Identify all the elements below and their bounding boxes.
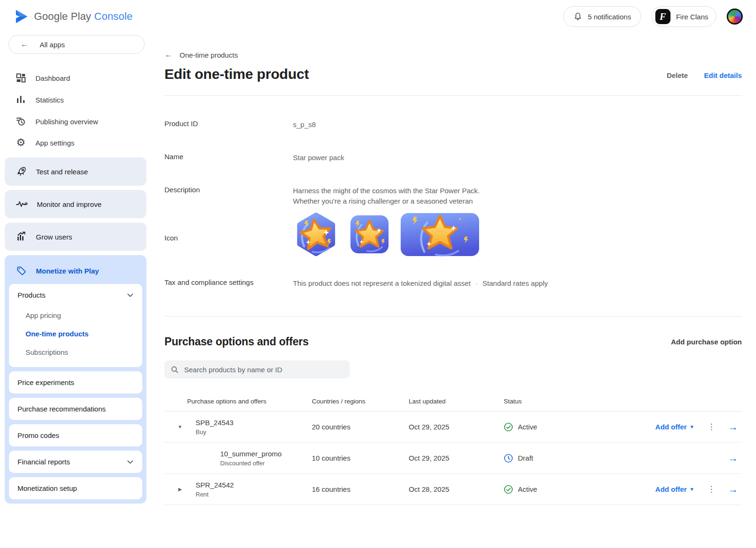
all-apps-button[interactable]: ← All apps — [9, 35, 145, 54]
chevron-down-icon — [127, 460, 133, 464]
sidebar-item-monetization-setup[interactable]: Monetization setup — [9, 477, 142, 499]
row-name-cell: SPB_24543 Buy — [196, 419, 312, 436]
sidebar-card-monitor-and-improve[interactable]: Monitor and improve — [5, 190, 146, 218]
active-check-icon — [504, 422, 513, 432]
name-label: Name — [164, 153, 293, 163]
row-name-cell: SPR_24542 Rent — [196, 481, 312, 498]
publishing-overview-icon — [15, 116, 26, 127]
product-icon-wide — [400, 212, 480, 257]
edit-details-button[interactable]: Edit details — [704, 71, 742, 79]
account-avatar[interactable] — [727, 9, 743, 25]
play-triangle-icon — [14, 9, 28, 24]
status-badge: Active — [504, 485, 584, 494]
bell-icon — [573, 11, 583, 22]
active-check-icon — [504, 485, 513, 494]
row-countries: 20 countries — [312, 423, 409, 431]
sidebar-item-label: App settings — [35, 139, 75, 147]
search-icon — [171, 366, 179, 374]
field-name: Name Star power pack — [164, 153, 742, 163]
sidebar-group-products: Products App pricing One-time products S… — [9, 284, 142, 367]
back-arrow-icon: ← — [20, 40, 28, 49]
field-icon: Icon — [164, 218, 742, 257]
card-label: Financial reports — [17, 458, 70, 466]
expander-right-icon[interactable]: ▶ — [164, 487, 196, 492]
all-apps-label: All apps — [40, 41, 65, 49]
search-box — [164, 360, 350, 378]
add-offer-button[interactable]: Add offer ▾ — [655, 485, 693, 493]
kebab-menu-icon[interactable]: ⋮ — [707, 484, 714, 494]
sidebar-item-dashboard[interactable]: Dashboard — [0, 67, 152, 89]
sidebar-item-publishing-overview[interactable]: Publishing overview — [0, 111, 152, 132]
dropdown-arrow-icon: ▾ — [690, 486, 693, 492]
col-header-status: Status — [504, 398, 584, 405]
search-input[interactable] — [184, 366, 343, 374]
sidebar-card-grow-users[interactable]: Grow users — [5, 223, 146, 251]
main-content: ← One-time products Edit one-time produc… — [152, 33, 756, 548]
tax-label: Tax and compliance settings — [164, 278, 293, 289]
purchase-options-title: Purchase options and offers — [164, 335, 309, 348]
product-icon-hexagon — [293, 211, 339, 257]
sidebar-item-purchase-recommendations[interactable]: Purchase recommendations — [9, 398, 142, 420]
field-product-id: Product ID s_p_s8 — [164, 120, 742, 130]
sidebar-item-app-settings[interactable]: ⚙ App settings — [0, 132, 152, 153]
table-header-row: Purchase options and offers Countries / … — [164, 392, 742, 411]
sidebar-item-products[interactable]: Products — [9, 284, 142, 306]
dashboard-icon — [15, 72, 26, 84]
open-row-arrow-icon[interactable]: → — [728, 421, 738, 433]
sidebar-item-price-experiments[interactable]: Price experiments — [9, 371, 142, 394]
sidebar-item-label: Publishing overview — [35, 118, 98, 126]
topbar: Google Play Console 5 notifications F Fi… — [0, 0, 756, 33]
col-header-last-updated: Last updated — [409, 398, 504, 405]
title-divider — [164, 95, 742, 96]
row-updated: Oct 29, 2025 — [409, 454, 504, 462]
products-label: Products — [17, 291, 45, 299]
table-row[interactable]: ▶ SPR_24542 Rent 16 countries Oct 28, 20… — [164, 474, 742, 505]
sidebar-item-subscriptions[interactable]: Subscriptions — [9, 343, 142, 361]
field-description: Description Harness the might of the cos… — [164, 186, 742, 206]
delete-button[interactable]: Delete — [667, 71, 688, 79]
open-row-arrow-icon[interactable]: → — [728, 453, 738, 464]
tag-icon — [16, 265, 27, 276]
status-badge: Draft — [504, 454, 584, 463]
add-offer-button[interactable]: Add offer ▾ — [655, 423, 693, 431]
draft-clock-icon — [504, 454, 513, 463]
sidebar: ← All apps Dashboard Statistics Publishi… — [0, 33, 152, 548]
row-updated: Oct 29, 2025 — [409, 423, 504, 431]
sidebar-item-app-pricing[interactable]: App pricing — [9, 306, 142, 325]
sidebar-card-test-and-release[interactable]: Test and release — [5, 157, 146, 186]
table-row[interactable]: 10_summer_promo Discounted offer 10 coun… — [164, 443, 742, 474]
notifications-label: 5 notifications — [588, 13, 631, 21]
notifications-button[interactable]: 5 notifications — [563, 6, 641, 27]
sidebar-item-promo-codes[interactable]: Promo codes — [9, 424, 142, 446]
add-purchase-option-button[interactable]: Add purchase option — [671, 338, 742, 346]
pulse-icon — [16, 198, 28, 210]
sidebar-item-statistics[interactable]: Statistics — [0, 89, 152, 111]
card-label: Promo codes — [17, 431, 59, 439]
field-tax: Tax and compliance settings This product… — [164, 278, 742, 289]
table-row[interactable]: ▼ SPB_24543 Buy 20 countries Oct 29, 202… — [164, 411, 742, 443]
statistics-icon — [15, 94, 26, 105]
row-countries: 10 countries — [312, 454, 409, 462]
breadcrumb-label: One-time products — [180, 51, 238, 59]
app-switcher-button[interactable]: F Fire Clans — [652, 6, 716, 27]
sidebar-item-monetize-with-play[interactable]: Monetize with Play — [9, 259, 142, 284]
description-value: Harness the might of the cosmos with the… — [293, 186, 742, 206]
row-updated: Oct 28, 2025 — [409, 485, 504, 493]
expander-down-icon[interactable]: ▼ — [164, 424, 196, 429]
kebab-menu-icon[interactable]: ⋮ — [707, 422, 714, 432]
monetize-header-label: Monetize with Play — [36, 267, 99, 275]
app-icon: F — [655, 9, 670, 24]
sidebar-item-one-time-products[interactable]: One-time products — [9, 325, 142, 343]
logo-text: Google Play Console — [34, 10, 133, 23]
app-name: Fire Clans — [676, 13, 708, 21]
breadcrumb[interactable]: ← One-time products — [164, 50, 742, 60]
sidebar-item-financial-reports[interactable]: Financial reports — [9, 451, 142, 473]
card-label: Purchase recommendations — [17, 405, 106, 413]
page-title: Edit one-time product — [164, 66, 309, 82]
open-row-arrow-icon[interactable]: → — [728, 484, 738, 495]
purchase-options-table: Purchase options and offers Countries / … — [164, 392, 742, 505]
sidebar-item-label: Statistics — [35, 96, 64, 104]
description-label: Description — [164, 186, 293, 206]
sidebar-section-monetize: Monetize with Play Products App pricing … — [5, 255, 146, 504]
col-header-purchase-options: Purchase options and offers — [187, 398, 312, 405]
